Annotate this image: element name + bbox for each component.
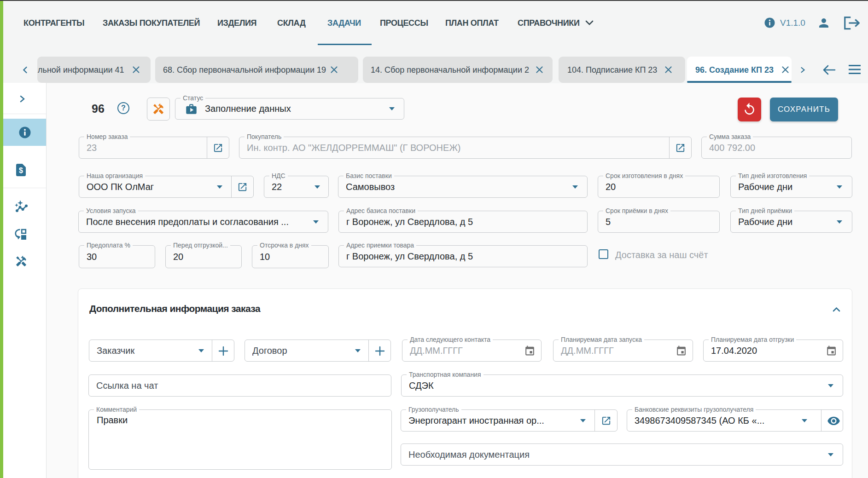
svg-text:$: $ xyxy=(19,167,23,174)
